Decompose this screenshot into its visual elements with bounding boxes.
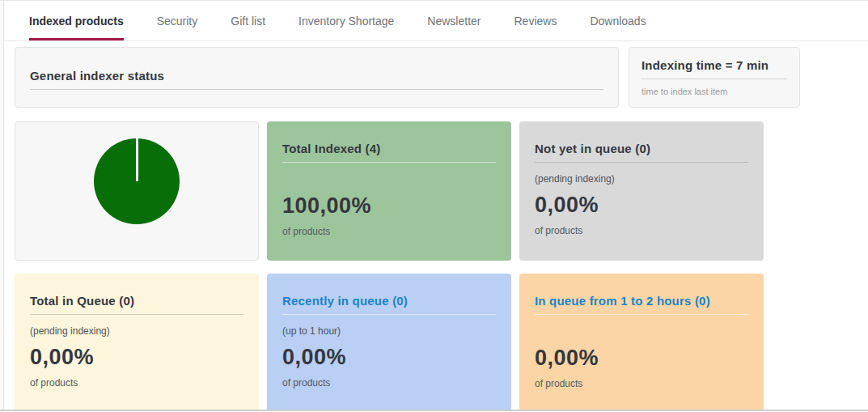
kpi-title: Recently in queue (0) [282,294,496,308]
general-indexer-status-card: General indexer status [15,47,619,108]
kpi-value: 0,00% [535,346,748,371]
tab-downloads[interactable]: Downloads [590,1,646,40]
kpi-queue-1-to-2-hours: In queue from 1 to 2 hours (0) 0,00% of … [519,274,764,412]
divider [30,89,603,90]
kpi-title: In queue from 1 to 2 hours (0) [535,294,748,308]
kpi-not-yet-in-queue: Not yet in queue (0) (pending indexing) … [519,121,764,261]
kpi-value: 100,00% [282,193,496,219]
dashboard-content: General indexer status Indexing time = 7… [0,41,868,412]
tab-reviews[interactable]: Reviews [514,1,557,40]
divider [535,314,748,315]
indexed-pie-chart-card [15,121,259,261]
pie-chart [94,138,180,224]
divider [282,314,496,315]
kpi-subtitle: (pending indexing) [30,325,243,337]
tab-newsletter[interactable]: Newsletter [427,1,481,40]
divider [282,162,496,163]
tab-bar: Indexed products Security Gift list Inve… [0,1,868,41]
indexing-time-subtitle: time to index last item [641,87,787,96]
kpi-caption: of products [30,377,243,389]
kpi-title: Not yet in queue (0) [535,142,748,155]
kpi-title: Total Indexed (4) [282,142,496,155]
kpi-caption: of products [535,225,748,236]
general-indexer-status-title: General indexer status [30,69,603,83]
kpi-subtitle: (pending indexing) [535,173,748,185]
tab-indexed-products[interactable]: Indexed products [29,1,124,40]
kpi-caption: of products [535,378,748,389]
tab-inventory-shortage[interactable]: Inventory Shortage [299,1,394,40]
indexing-time-card: Indexing time = 7 min time to index last… [629,47,800,108]
kpi-value: 0,00% [535,193,748,218]
kpi-recently-in-queue: Recently in queue (0) (up to 1 hour) 0,0… [267,274,511,412]
content-panel-edge [0,1,4,412]
tab-gift-list[interactable]: Gift list [231,1,265,40]
divider [30,314,243,315]
divider [641,79,787,79]
divider [535,162,748,163]
kpi-total-in-queue: Total in Queue (0) (pending indexing) 0,… [15,274,259,412]
kpi-total-indexed: Total Indexed (4) 100,00% of products [267,121,511,261]
indexing-time-title: Indexing time = 7 min [641,58,787,72]
kpi-caption: of products [282,377,496,389]
kpi-value: 0,00% [30,345,243,370]
kpi-title: Total in Queue (0) [30,294,243,308]
kpi-subtitle: (up to 1 hour) [282,325,496,337]
kpi-caption: of products [282,226,496,237]
kpi-value: 0,00% [282,345,496,370]
tab-security[interactable]: Security [157,1,198,40]
pie-slice-boundary [136,138,138,181]
